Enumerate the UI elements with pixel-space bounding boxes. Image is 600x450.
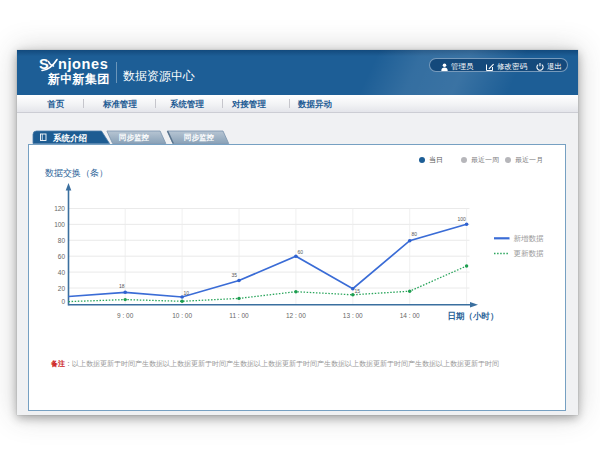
- svg-text:100: 100: [458, 216, 467, 222]
- svg-text:0: 0: [61, 298, 65, 305]
- svg-text:14 : 00: 14 : 00: [400, 312, 420, 319]
- svg-text:100: 100: [54, 221, 65, 228]
- svg-text:系统介绍: 系统介绍: [52, 133, 88, 143]
- svg-text:数据交换（条）: 数据交换（条）: [45, 168, 108, 178]
- svg-text:新增数据: 新增数据: [514, 234, 545, 243]
- svg-text:同步监控: 同步监控: [184, 133, 215, 142]
- svg-text:80: 80: [412, 231, 418, 237]
- svg-text:18: 18: [119, 283, 125, 289]
- svg-text:35: 35: [232, 272, 238, 278]
- svg-text:60: 60: [58, 253, 66, 260]
- svg-text:20: 20: [58, 285, 66, 292]
- svg-text:15: 15: [355, 288, 361, 294]
- svg-text:13 : 00: 13 : 00: [343, 312, 363, 319]
- svg-text:日期（小时）: 日期（小时）: [448, 311, 499, 321]
- svg-text:10 : 00: 10 : 00: [172, 312, 192, 319]
- svg-text:60: 60: [298, 249, 304, 255]
- svg-text:40: 40: [58, 269, 66, 276]
- svg-text:10: 10: [184, 290, 190, 296]
- svg-text:更新数据: 更新数据: [514, 249, 545, 258]
- svg-text:9 : 00: 9 : 00: [117, 312, 134, 319]
- svg-text:同步监控: 同步监控: [119, 133, 150, 142]
- svg-text:80: 80: [58, 237, 66, 244]
- svg-text:11 : 00: 11 : 00: [229, 312, 249, 319]
- svg-text:12 : 00: 12 : 00: [286, 312, 306, 319]
- svg-text:120: 120: [54, 205, 65, 212]
